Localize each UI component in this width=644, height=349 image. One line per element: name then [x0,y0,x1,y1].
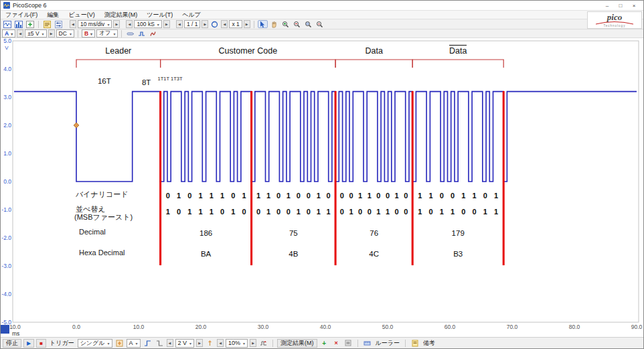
marquee-zoom-icon[interactable] [303,20,313,28]
minimize-button[interactable]: – [600,3,614,9]
properties-icon[interactable] [54,20,64,28]
channel-a-range-select[interactable]: ±5 V ▾ [25,29,46,38]
y-axis-tick-label: 0.0 [3,178,11,185]
channel-b-chip[interactable]: B ▾ [82,29,95,38]
x-axis-scroll-box[interactable] [1,325,9,334]
rulers-label: ルーラー [374,339,401,348]
maximize-button[interactable]: □ [614,3,627,9]
chevron-down-icon: ▾ [107,341,109,346]
menu-edit[interactable]: 編集 [42,11,64,19]
chevron-down-icon: ▾ [136,341,138,346]
stop-button[interactable]: ■ [36,339,46,348]
timebase-select[interactable]: 10 ms/div ▾ [78,20,112,28]
rulers-icon[interactable] [362,339,372,347]
samples-increase-button[interactable]: ▶ [163,20,170,28]
play-icon: ▶ [27,340,31,346]
run-state-button[interactable]: 停止 [3,339,21,348]
digital-inputs-icon[interactable] [137,29,147,38]
spectrum-view-icon[interactable] [13,20,23,28]
channel-a-range-decrease-button[interactable]: ◀ [17,29,23,38]
measurements-button[interactable]: 測定結果(M) [277,339,317,348]
close-button[interactable]: × [627,3,641,9]
samples-select[interactable]: 100 kS ▾ [134,20,161,28]
scope-view-icon[interactable] [2,20,12,28]
zoom-factor-indicator: x 1 [229,20,242,28]
x-axis-tick-label: 70.0 [507,324,518,330]
app-icon [3,2,10,9]
scope-view[interactable]: 5.04.03.02.01.00.0-1.0-2.0-3.0-4.0-5.0V-… [1,38,643,337]
chevron-down-icon: ▾ [11,31,13,36]
channel-a-chip[interactable]: A ▾ [2,29,15,38]
trigger-label: トリガー [48,339,76,348]
edit-measurement-icon[interactable] [343,339,353,347]
add-view-icon[interactable] [25,20,35,28]
rising-edge-icon[interactable] [143,339,153,347]
falling-edge-icon[interactable] [155,339,165,347]
zoom-out-icon[interactable] [292,20,302,28]
channel-b-range-value: オフ [99,29,110,38]
segment-prev-button[interactable]: ◀ [176,20,183,28]
pretrigger-input[interactable]: 10% ▾ [226,339,248,348]
toolbar-separator [38,21,39,28]
trigger-channel-select[interactable]: A ▾ [127,339,141,348]
zoom-out-step-button[interactable]: ◀ [221,20,228,28]
channel-a-range-increase-button[interactable]: ▶ [48,29,55,38]
probe-settings-icon[interactable] [125,29,135,38]
timebase-decrease-button[interactable]: ◀ [70,20,76,28]
x-axis-tick-label: 80.0 [569,324,580,330]
y-axis-tick-label: 1.0 [3,150,11,157]
add-measurement-icon[interactable]: + [319,339,329,347]
x-axis-tick-label: -10.0 [7,324,21,330]
window-title: PicoScope 6 [13,2,600,9]
delete-measurement-icon[interactable]: × [331,339,341,347]
undo-zoom-icon[interactable] [315,20,325,28]
menu-help[interactable]: ヘルプ [177,11,206,19]
segment-overview-icon[interactable] [210,20,220,28]
math-channel-icon[interactable] [148,29,158,38]
notes-icon[interactable] [42,20,52,28]
x-axis-tick-label: 0.0 [72,324,80,330]
chevron-down-icon: ▾ [189,341,191,346]
toolbar-separator [254,21,254,28]
notes-label: 備考 [422,339,436,348]
channel-toolbar: A ▾ ◀ ±5 V ▾ ▶ DC ▾ B ▾ オフ ▾ [1,29,643,38]
trigger-arrow-icon[interactable] [205,339,215,347]
y-axis-tick-label: 5.0 [3,38,11,44]
zoom-in-step-button[interactable]: ▶ [244,20,250,28]
trigger-marker-icon[interactable] [114,339,125,347]
pretrigger-decrease-button[interactable]: ◀ [217,339,224,347]
menu-file[interactable]: ファイル(F) [1,11,42,19]
status-bar: 停止 ▶ ■ トリガー シングル ▾ A ▾ ◀ 2 V ▾ ▶ ◀ 10% ▾… [1,337,643,348]
hand-tool-icon[interactable] [269,20,279,28]
notes-panel-icon[interactable] [410,339,420,347]
play-button[interactable]: ▶ [23,339,34,348]
x-axis-tick-label: 10.0 [133,324,145,330]
measurements-label: 測定結果(M) [280,339,314,348]
trigger-level-decrease-button[interactable]: ◀ [167,339,173,347]
title-bar: PicoScope 6 – □ × [1,1,643,11]
trigger-level-input[interactable]: 2 V ▾ [175,339,195,348]
channel-a-range-value: ±5 V [27,30,39,37]
chevron-down-icon: ▾ [157,22,159,27]
channel-b-range-select[interactable]: オフ ▾ [96,29,118,38]
channel-b-label: B [84,30,88,37]
channel-a-label: A [5,30,9,37]
menu-view[interactable]: ビュー(V) [64,11,99,19]
trigger-timing-icon[interactable] [258,339,268,347]
trigger-mode-select[interactable]: シングル ▾ [78,339,112,348]
segment-value: 1 / 1 [187,21,198,27]
x-axis-tick-label: 90.0 [631,324,643,330]
chevron-down-icon: ▾ [107,22,109,27]
samples-decrease-button[interactable]: ◀ [126,20,133,28]
menu-measurements[interactable]: 測定結果(M) [100,11,143,19]
channel-a-coupling-select[interactable]: DC ▾ [56,29,74,38]
normal-cursor-icon[interactable] [258,20,268,28]
timebase-increase-button[interactable]: ▶ [113,20,120,28]
trigger-level-increase-button[interactable]: ▶ [196,339,203,347]
zoom-in-icon[interactable] [280,20,291,28]
pretrigger-increase-button[interactable]: ▶ [250,339,256,347]
pico-logo: pico Technology [587,11,642,29]
segment-next-button[interactable]: ▶ [202,20,208,28]
menu-tools[interactable]: ツール(T) [142,11,177,19]
trigger-level-value: 2 V [178,340,187,346]
